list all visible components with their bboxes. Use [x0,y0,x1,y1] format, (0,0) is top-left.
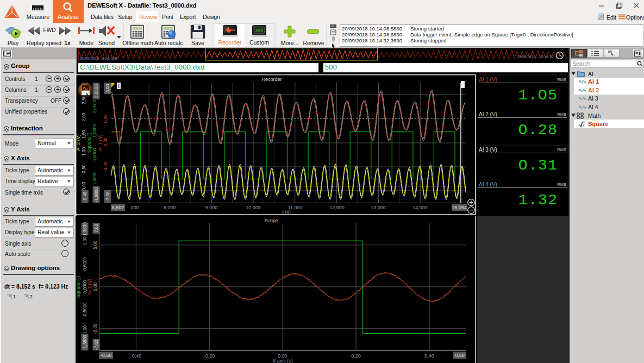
svg-text:0,40: 0,40 [424,353,434,359]
svg-text:255: 255 [255,28,264,33]
svg-text:0,0000: 0,0000 [92,148,97,161]
svg-text:Recorder: Recorder [261,77,282,82]
svg-text:1,0000: 1,0000 [92,124,97,137]
svg-text:,000: ,000 [129,205,139,210]
svg-text:-1,0000: -1,0000 [92,171,97,186]
svg-text:10,000: 10,000 [246,205,261,210]
svg-text:20/09/2018 - 10:14:32: 20/09/2018 - 10:14:32 [516,55,554,59]
svg-text:Square (): Square () [86,133,92,153]
svg-text:-2,00: -2,00 [103,137,108,148]
svg-text:13,000: 13,000 [371,205,386,210]
svg-text:t (s): t (s) [282,210,291,215]
svg-text:20/09/2018 - 10:14:08: 20/09/2018 - 10:14:08 [80,57,117,60]
svg-text:15,094: 15,094 [452,205,467,210]
svg-text:X axis (s): X axis (s) [272,358,293,363]
svg-text:-1,00: -1,00 [83,325,87,335]
svg-text:-7,62: -7,62 [94,340,99,350]
svg-text:1,3830: 1,3830 [83,222,87,236]
svg-text:AI 1 (V): AI 1 (V) [87,279,92,296]
svg-text:2,00: 2,00 [82,112,86,121]
svg-text:-7,00: -7,00 [105,191,110,202]
svg-text:0,5000: 0,5000 [83,257,87,271]
svg-text:-4,00: -4,00 [103,161,108,172]
svg-text:5,00: 5,00 [93,240,98,249]
svg-text:-0,40: -0,40 [130,353,142,359]
svg-text:1,50: 1,50 [82,130,86,139]
svg-text:0,00: 0,00 [103,114,108,123]
svg-text:9,000: 9,000 [205,205,218,210]
svg-text:x: x [582,123,585,127]
svg-text:-1,3830: -1,3830 [83,335,87,350]
svg-text:3,0000: 3,0000 [94,84,99,98]
svg-text:12,000: 12,000 [329,205,345,210]
svg-text:2,0000: 2,0000 [92,99,97,113]
svg-text:Square (-): Square (-) [76,276,81,298]
svg-text:14,000: 14,000 [412,205,428,210]
svg-text:0,00: 0,00 [82,182,86,190]
svg-text:1,00: 1,00 [83,236,87,245]
svg-text:AI 1 (V): AI 1 (V) [97,134,103,151]
svg-text:3,00: 3,00 [105,84,110,92]
svg-text:-0,50: -0,50 [101,353,112,358]
svg-text:-5,00: -5,00 [93,323,98,334]
svg-text:0,00: 0,00 [93,282,98,291]
svg-text:-1,9800: -1,9800 [94,187,99,202]
svg-text:-0,49: -0,49 [83,191,87,202]
svg-text:1,00: 1,00 [82,147,86,156]
svg-text:-0,5000: -0,5000 [83,302,87,317]
svg-text:AI 2 (V): AI 2 (V) [76,134,81,151]
svg-text:0,20: 0,20 [351,353,361,359]
svg-text:0,50: 0,50 [82,164,86,173]
svg-text:Scope: Scope [264,218,278,223]
svg-text:8,000: 8,000 [164,205,176,210]
svg-text:-0,20: -0,20 [204,353,215,359]
svg-text:7,62: 7,62 [94,224,99,233]
svg-text:0,50: 0,50 [455,353,465,358]
svg-text:0,0000: 0,0000 [83,280,87,293]
svg-text:6,602: 6,602 [112,205,124,210]
